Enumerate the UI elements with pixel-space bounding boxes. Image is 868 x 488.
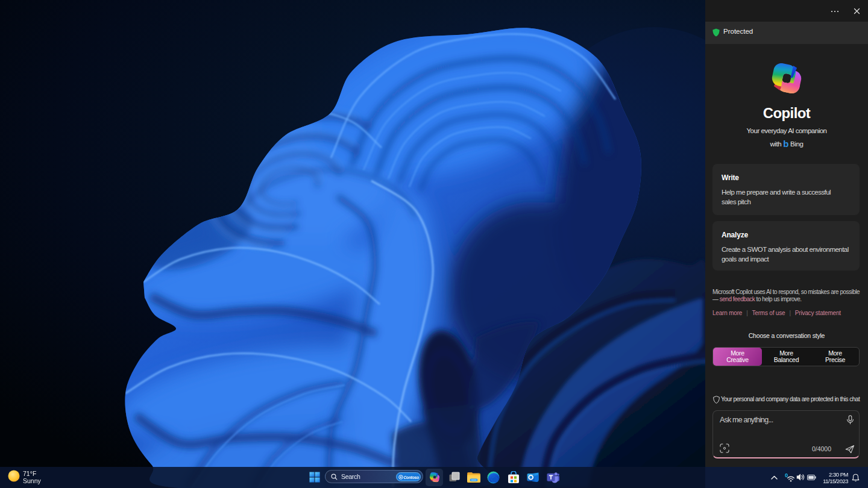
svg-text:0: 0 [785,472,788,478]
